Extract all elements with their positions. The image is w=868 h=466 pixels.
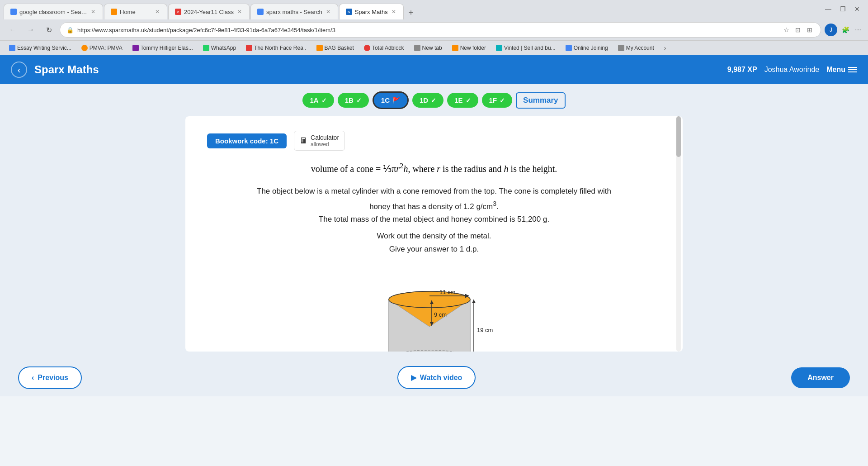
tab-close-button[interactable]: ✕ xyxy=(90,8,96,16)
more-options-icon[interactable]: ⋯ xyxy=(854,25,863,34)
prev-label: Previous xyxy=(38,374,68,382)
task-tab-1F[interactable]: 1F ✓ xyxy=(482,93,513,108)
task-tab-1B[interactable]: 1B ✓ xyxy=(338,93,369,108)
prev-chevron-icon: ‹ xyxy=(32,374,34,382)
app-title: Sparx Maths xyxy=(34,63,727,76)
bookmark-newtab[interactable]: New tab xyxy=(410,43,446,52)
calculator-badge: 🖩 Calculator allowed xyxy=(294,131,345,151)
bookmark-adblock[interactable]: Total Adblock xyxy=(360,43,408,52)
bookmark-online-joining[interactable]: Online Joining xyxy=(562,43,612,52)
tab-favicon: 2 xyxy=(175,9,181,15)
bookmark-label: BAG Basket xyxy=(325,45,354,51)
tab-label: 1E xyxy=(454,96,462,104)
tab-label: 1D xyxy=(420,96,428,104)
bookmark-label: Essay Writing Servic... xyxy=(17,45,71,51)
bookmark-vinted[interactable]: Vinted | Sell and bu... xyxy=(492,43,559,52)
bottom-bar: ‹ Previous ▶ Watch video Answer xyxy=(0,359,868,396)
svg-text:9 cm: 9 cm xyxy=(434,311,447,318)
back-button[interactable]: ← xyxy=(5,23,20,37)
bookmark-favicon xyxy=(452,45,458,51)
refresh-button[interactable]: ↻ xyxy=(42,23,56,37)
bookmark-star-icon[interactable]: ☆ xyxy=(782,25,791,34)
checkmark-icon: ✓ xyxy=(466,97,471,104)
main-content: Bookwork code: 1C 🖩 Calculator allowed v… xyxy=(0,116,868,359)
tab-close-button[interactable]: ✕ xyxy=(236,8,243,16)
answer-label: Answer xyxy=(807,374,834,381)
answer-button[interactable]: Answer xyxy=(791,367,850,388)
tab-close-button[interactable]: ✕ xyxy=(325,8,331,16)
tab-sparx-maths[interactable]: S Sparx Maths ✕ xyxy=(339,4,404,19)
task-tab-1C[interactable]: 1C 🚩 xyxy=(373,91,409,109)
bookmark-favicon xyxy=(618,45,624,51)
user-name: Joshua Aworinde xyxy=(764,66,820,74)
extensions-puzzle-icon[interactable]: 🧩 xyxy=(841,25,850,34)
bookmark-favicon xyxy=(414,45,420,51)
question-line2: honey that has a density of 1.2 g/cm3. xyxy=(207,198,661,214)
tab-home[interactable]: Home ✕ xyxy=(104,4,167,19)
bookmark-pmva[interactable]: PMVA: PMVA xyxy=(78,43,126,52)
checkmark-icon: ✓ xyxy=(321,97,327,104)
bookmark-bag[interactable]: BAG Basket xyxy=(313,43,358,52)
bookmark-newfolder[interactable]: New folder xyxy=(448,43,490,52)
bookwork-row: Bookwork code: 1C 🖩 Calculator allowed xyxy=(207,131,661,151)
profile-icon[interactable]: J xyxy=(825,24,837,36)
bookmark-favicon xyxy=(316,45,323,51)
scrollbar-thumb[interactable] xyxy=(676,116,681,157)
tab-year11-class[interactable]: 2 2024-Year11 Class ✕ xyxy=(168,4,250,19)
split-view-icon[interactable]: ⊡ xyxy=(793,25,802,34)
tab-sparx-search[interactable]: sparx maths - Search ✕ xyxy=(250,4,338,19)
tab-google-classroom[interactable]: google classroom - Search ✕ xyxy=(4,4,103,19)
bookmark-whatsapp[interactable]: WhatsApp xyxy=(199,43,240,52)
bookmark-favicon xyxy=(132,45,139,51)
browser-chrome: google classroom - Search ✕ Home ✕ 2 202… xyxy=(0,0,868,55)
menu-button[interactable]: Menu xyxy=(826,66,857,74)
task-tab-1D[interactable]: 1D ✓ xyxy=(412,93,443,108)
menu-label: Menu xyxy=(826,66,845,74)
tab-title: sparx maths - Search xyxy=(266,9,322,15)
video-play-icon: ▶ xyxy=(411,373,416,382)
bookmark-essay[interactable]: Essay Writing Servic... xyxy=(5,43,75,52)
task-tab-1E[interactable]: 1E ✓ xyxy=(447,93,478,108)
task-tabs: 1A ✓ 1B ✓ 1C 🚩 1D ✓ 1E ✓ 1F ✓ Summary xyxy=(0,84,868,116)
bookmark-label: New tab xyxy=(422,45,442,51)
bookmark-label: Tommy Hilfiger Elas... xyxy=(141,45,193,51)
address-icons: ☆ ⊡ ⊞ xyxy=(782,25,814,34)
tab-close-button[interactable]: ✕ xyxy=(391,8,397,16)
calculator-sub: allowed xyxy=(311,141,339,147)
bookmark-favicon xyxy=(81,45,88,51)
back-to-home-button[interactable]: ‹ xyxy=(11,62,27,78)
scrollbar-track[interactable] xyxy=(676,116,681,352)
previous-button[interactable]: ‹ Previous xyxy=(18,366,82,389)
tab-close-button[interactable]: ✕ xyxy=(154,8,160,16)
bookmark-label: The North Face Rea . xyxy=(254,45,306,51)
sparx-app: ‹ Sparx Maths 9,987 XP Joshua Aworinde M… xyxy=(0,55,868,396)
bookmark-myaccount[interactable]: My Account xyxy=(614,43,658,52)
close-window-button[interactable]: ✕ xyxy=(852,4,863,14)
checkmark-icon: ✓ xyxy=(500,97,505,104)
task-tab-summary[interactable]: Summary xyxy=(516,92,565,109)
more-bookmarks-button[interactable]: › xyxy=(660,43,670,53)
hamburger-icon xyxy=(848,67,857,72)
url-text: https://www.sparxmaths.uk/student/packag… xyxy=(77,27,778,33)
checkmark-icon: ✓ xyxy=(356,97,362,104)
minimize-button[interactable]: — xyxy=(823,4,834,14)
bookmark-favicon xyxy=(246,45,252,51)
task-tab-1A[interactable]: 1A ✓ xyxy=(302,93,334,108)
maximize-button[interactable]: ❐ xyxy=(837,4,848,14)
bookwork-code-badge: Bookwork code: 1C xyxy=(207,133,287,148)
tab-favicon: S xyxy=(346,9,352,15)
watch-video-button[interactable]: ▶ Watch video xyxy=(397,366,476,389)
bookmark-tommy[interactable]: Tommy Hilfiger Elas... xyxy=(129,43,197,52)
extensions-icon[interactable]: ⊞ xyxy=(805,25,814,34)
address-bar[interactable]: 🔒 https://www.sparxmaths.uk/student/pack… xyxy=(60,22,821,38)
tab-title: Home xyxy=(120,9,151,15)
checkmark-icon: ✓ xyxy=(431,97,436,104)
new-tab-button[interactable]: ＋ xyxy=(405,6,417,19)
tab-label: 1F xyxy=(489,96,497,104)
bookmark-northface[interactable]: The North Face Rea . xyxy=(242,43,310,52)
bookmark-label: Total Adblock xyxy=(372,45,404,51)
forward-button[interactable]: → xyxy=(24,23,38,37)
tab-favicon xyxy=(10,9,17,15)
tab-label: 1A xyxy=(310,96,318,104)
tab-favicon xyxy=(257,9,264,15)
